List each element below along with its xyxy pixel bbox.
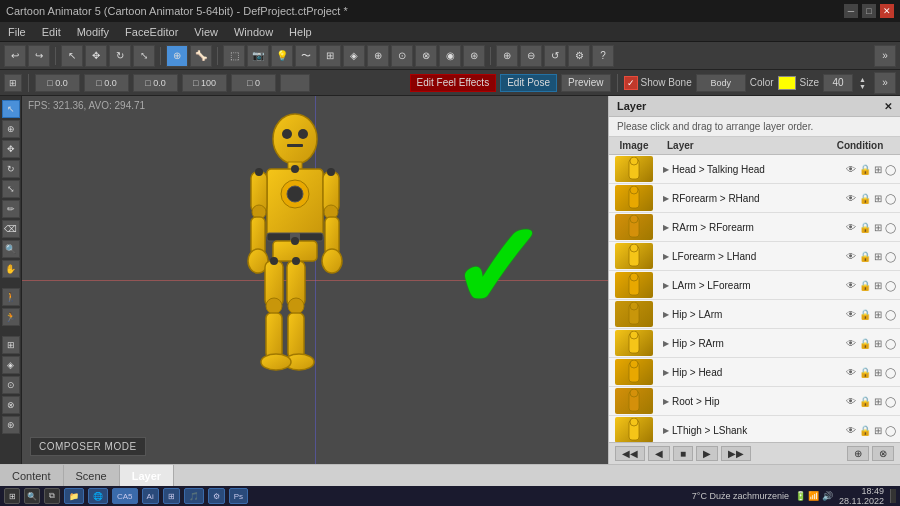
tool-extra5[interactable]: ⊗ [415,45,437,67]
layer-row[interactable]: ▶Root > Hip 👁 🔒 ⊞ ◯ [609,387,900,416]
layer-row[interactable]: ▶Hip > RArm 👁 🔒 ⊞ ◯ [609,329,900,358]
visibility-icon[interactable]: 👁 [846,222,856,233]
app-explorer[interactable]: 📁 [64,488,84,504]
visibility-icon[interactable]: 👁 [846,164,856,175]
visibility-icon[interactable]: 👁 [846,193,856,204]
size-field[interactable]: 40 [823,74,853,92]
lt-zoom[interactable]: 🔍 [2,240,20,258]
menu-faceeditor[interactable]: FaceEditor [121,26,182,38]
app-browser[interactable]: 🌐 [88,488,108,504]
tool-select[interactable]: ↖ [61,45,83,67]
search-btn[interactable]: 🔍 [24,488,40,504]
rot-field[interactable]: □ 0 [231,74,276,92]
lock-icon[interactable]: 🔒 [859,309,871,320]
tool-extra1[interactable]: ⊞ [319,45,341,67]
mask-icon[interactable]: ⊞ [874,396,882,407]
tool-extra7[interactable]: ⊛ [463,45,485,67]
scale-field[interactable]: □ 100 [182,74,227,92]
mask-icon[interactable]: ⊞ [874,251,882,262]
lt-select[interactable]: ↖ [2,100,20,118]
menu-window[interactable]: Window [230,26,277,38]
tool-frame[interactable]: ⬚ [223,45,245,67]
extra-icon[interactable]: ◯ [885,193,896,204]
app-illustrator[interactable]: Ai [142,488,159,504]
lt-extra5[interactable]: ⊛ [2,416,20,434]
lt-pan[interactable]: ✋ [2,260,20,278]
visibility-icon[interactable]: 👁 [846,367,856,378]
mask-icon[interactable]: ⊞ [874,222,882,233]
lt-extra3[interactable]: ⊙ [2,376,20,394]
layer-row[interactable]: ▶RForearm > RHand 👁 🔒 ⊞ ◯ [609,184,900,213]
tool-settings[interactable]: ⚙ [568,45,590,67]
lock-icon[interactable]: 🔒 [859,222,871,233]
titlebar-controls[interactable]: ─ □ ✕ [844,4,894,18]
app-photoshop[interactable]: Ps [229,488,248,504]
extra-icon[interactable]: ◯ [885,280,896,291]
maximize-btn[interactable]: □ [862,4,876,18]
tool-pose[interactable]: 🦴 [190,45,212,67]
tb2-icon1[interactable]: ⊞ [4,74,22,92]
lbb-prev[interactable]: ◀ [648,446,670,461]
tool-camera[interactable]: 📷 [247,45,269,67]
canvas-area[interactable]: FPS: 321.36, AVO: 294.71 [22,96,608,464]
lt-move[interactable]: ✥ [2,140,20,158]
z-field[interactable]: □ 0.0 [133,74,178,92]
color-swatch[interactable] [778,76,796,90]
tool-light[interactable]: 💡 [271,45,293,67]
edit-pose-btn[interactable]: Edit Pose [500,74,557,92]
tool-extra3[interactable]: ⊕ [367,45,389,67]
expand-toolbar-btn[interactable]: » [874,45,896,67]
tab-content[interactable]: Content [0,465,64,486]
visibility-icon[interactable]: 👁 [846,280,856,291]
tool-rotate[interactable]: ↻ [109,45,131,67]
lock-icon[interactable]: 🔒 [859,425,871,436]
extra-icon[interactable]: ◯ [885,338,896,349]
lock-icon[interactable]: 🔒 [859,164,871,175]
tab-scene[interactable]: Scene [64,465,120,486]
tab-layer[interactable]: Layer [120,465,174,486]
show-desktop-btn[interactable] [890,489,896,503]
visibility-icon[interactable]: 👁 [846,309,856,320]
close-btn[interactable]: ✕ [880,4,894,18]
lbb-play[interactable]: ▶ [696,446,718,461]
lt-bone[interactable]: ⊕ [2,120,20,138]
preview-btn[interactable]: Preview [561,74,611,92]
start-btn[interactable]: ⊞ [4,488,20,504]
lock-icon[interactable]: 🔒 [859,251,871,262]
mask-icon[interactable]: ⊞ [874,164,882,175]
lt-run[interactable]: 🏃 [2,308,20,326]
extra-icon[interactable]: ◯ [885,164,896,175]
visibility-icon[interactable]: 👁 [846,396,856,407]
app-ca5[interactable]: CA5 [112,488,138,504]
lt-extra2[interactable]: ◈ [2,356,20,374]
minimize-btn[interactable]: ─ [844,4,858,18]
layer-row[interactable]: ▶Hip > Head 👁 🔒 ⊞ ◯ [609,358,900,387]
lbb-last[interactable]: ▶▶ [721,446,751,461]
extra-icon[interactable]: ◯ [885,251,896,262]
layer-close-icon[interactable]: ✕ [884,101,892,112]
menu-edit[interactable]: Edit [38,26,65,38]
redo-btn[interactable]: ↪ [28,45,50,67]
mask-icon[interactable]: ⊞ [874,338,882,349]
menu-help[interactable]: Help [285,26,316,38]
app-extra2[interactable]: 🎵 [184,488,204,504]
app-extra3[interactable]: ⚙ [208,488,225,504]
tool-move[interactable]: ✥ [85,45,107,67]
lt-extra1[interactable]: ⊞ [2,336,20,354]
layer-row[interactable]: ▶Head > Talking Head 👁 🔒 ⊞ ◯ [609,155,900,184]
lock-icon[interactable]: 🔒 [859,280,871,291]
lt-rotate[interactable]: ↻ [2,160,20,178]
y-field[interactable]: □ 0.0 [84,74,129,92]
lt-walk[interactable]: 🚶 [2,288,20,306]
lt-erase[interactable]: ⌫ [2,220,20,238]
app-extra1[interactable]: ⊞ [163,488,180,504]
menu-file[interactable]: File [4,26,30,38]
lbb-first[interactable]: ◀◀ [615,446,645,461]
menu-view[interactable]: View [190,26,222,38]
mask-icon[interactable]: ⊞ [874,367,882,378]
tool-extra6[interactable]: ◉ [439,45,461,67]
undo-btn[interactable]: ↩ [4,45,26,67]
lt-scale[interactable]: ⤡ [2,180,20,198]
tool-extra2[interactable]: ◈ [343,45,365,67]
lock-icon[interactable]: 🔒 [859,193,871,204]
